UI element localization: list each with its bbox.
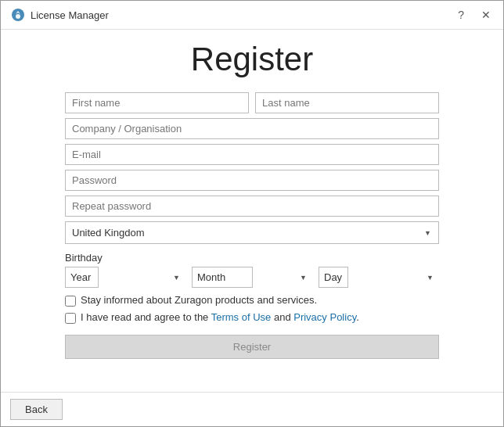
terms-label: I have read and agree to the Terms of Us… [81, 311, 359, 323]
month-select[interactable]: Month January February March April May J… [192, 267, 253, 288]
country-wrapper: United Kingdom United States Germany Fra… [65, 221, 439, 244]
repeat-password-row [65, 196, 439, 217]
day-wrapper: Day 12345 678910 1112131415 1617181920 2… [319, 267, 439, 288]
register-button[interactable]: Register [65, 335, 439, 359]
page-title: Register [65, 41, 439, 78]
terms-checkbox-row: I have read and agree to the Terms of Us… [65, 311, 439, 324]
main-window: License Manager ? ✕ Register [0, 0, 504, 427]
help-button[interactable]: ? [455, 8, 467, 22]
last-name-input[interactable] [255, 92, 439, 113]
password-input[interactable] [65, 170, 439, 191]
name-row [65, 92, 439, 113]
email-input[interactable] [65, 144, 439, 165]
newsletter-checkbox-row: Stay informed about Zuragon products and… [65, 294, 439, 307]
password-row [65, 170, 439, 191]
country-select[interactable]: United Kingdom United States Germany Fra… [65, 221, 439, 244]
privacy-policy-link[interactable]: Privacy Policy [293, 311, 356, 323]
terms-text-part2: and [271, 311, 293, 323]
app-icon [10, 7, 26, 23]
year-select[interactable]: Year 2000 1990 1980 1970 [65, 267, 99, 288]
newsletter-checkbox[interactable] [65, 296, 76, 307]
day-select[interactable]: Day 12345 678910 1112131415 1617181920 2… [319, 267, 348, 288]
title-bar-controls: ? ✕ [455, 8, 494, 22]
terms-text-part1: I have read and agree to the [81, 311, 211, 323]
terms-checkbox[interactable] [65, 313, 76, 324]
footer: Back [1, 392, 503, 426]
first-name-input[interactable] [65, 92, 249, 113]
terms-of-use-link[interactable]: Terms of Use [211, 311, 272, 323]
year-wrapper: Year 2000 1990 1980 1970 [65, 267, 185, 288]
newsletter-label: Stay informed about Zuragon products and… [81, 294, 317, 306]
content-area: Register United Kingdom United States [1, 30, 503, 392]
title-bar: License Manager ? ✕ [1, 1, 503, 30]
terms-text-part3: . [356, 311, 359, 323]
close-button[interactable]: ✕ [478, 8, 494, 22]
back-button[interactable]: Back [10, 399, 63, 420]
email-row [65, 144, 439, 165]
company-input[interactable] [65, 118, 439, 139]
month-wrapper: Month January February March April May J… [192, 267, 312, 288]
title-bar-left: License Manager [10, 7, 109, 23]
company-row [65, 118, 439, 139]
window-title: License Manager [31, 9, 109, 21]
repeat-password-input[interactable] [65, 196, 439, 217]
birthday-row: Year 2000 1990 1980 1970 Month January F… [65, 267, 439, 288]
svg-point-1 [16, 14, 20, 19]
birthday-label: Birthday [65, 252, 439, 264]
